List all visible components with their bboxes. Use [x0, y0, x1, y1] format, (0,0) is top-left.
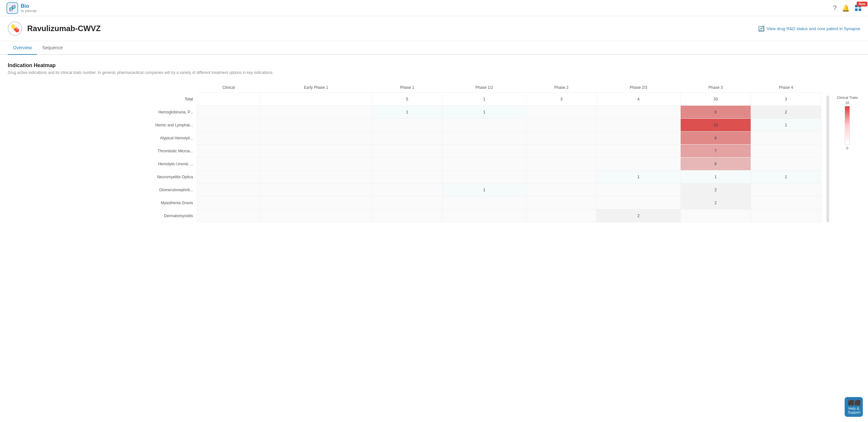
row-label: Total [8, 93, 197, 106]
heatmap-cell [526, 183, 596, 197]
heatmap-cell [372, 119, 442, 131]
heatmap-table: ClinicalEarly Phase 1Phase 1Phase 1/2Pha… [8, 83, 821, 222]
heatmap-cell [442, 171, 526, 183]
row-label: Neuromyelitis Optica [8, 171, 197, 183]
heatmap-cell [260, 145, 372, 157]
heatmap-cell [372, 157, 442, 171]
main-content: Indication Heatmap Drug active indicatio… [0, 55, 868, 230]
heatmap-cell [442, 197, 526, 209]
heatmap-cell [260, 197, 372, 209]
heatmap-scrollbar[interactable] [827, 96, 829, 222]
heatmap-cell [751, 197, 821, 209]
heatmap-cell [526, 119, 596, 131]
new-badge: New [857, 2, 867, 6]
heatmap-cell [260, 106, 372, 119]
heatmap-cell [597, 119, 681, 131]
legend-min: 0 [846, 146, 848, 150]
bell-icon[interactable]: 🔔 [842, 4, 850, 12]
heatmap-cell [197, 131, 260, 145]
synapse-link[interactable]: 🔄 View drug R&D status and core patent i… [758, 26, 860, 32]
logo-patsnap: by patsnap [21, 9, 37, 13]
heatmap-cell [372, 171, 442, 183]
heatmap-cell [260, 119, 372, 131]
column-header-clinical: Clinical [197, 83, 260, 93]
heatmap-cell: 3 [526, 93, 596, 106]
heatmap-cell [751, 145, 821, 157]
tab-sequence[interactable]: Sequence [37, 41, 68, 55]
logo-icon: 🧬 [6, 2, 18, 14]
heatmap-cell: 10 [680, 119, 751, 131]
heatmap-cell [372, 209, 442, 222]
heatmap-cell [372, 183, 442, 197]
heatmap-cell [442, 119, 526, 131]
tab-overview[interactable]: Overview [8, 41, 37, 55]
help-circle-icon[interactable]: ? [833, 4, 837, 12]
table-row: Hemolytic-Uremic ...6 [8, 157, 821, 171]
heatmap-cell [442, 145, 526, 157]
table-row: Dermatomyositis2 [8, 209, 821, 222]
drug-title-bar: 💊 Ravulizumab-CWVZ 🔄 View drug R&D statu… [0, 16, 868, 41]
heatmap-cell: 1 [442, 93, 526, 106]
heatmap-cell: 3 [751, 93, 821, 106]
heatmap-cell [372, 145, 442, 157]
row-label: Myasthenia Gravis [8, 197, 197, 209]
column-header-phase-4: Phase 4 [751, 83, 821, 93]
heatmap-cell [197, 93, 260, 106]
table-row: Myasthenia Gravis2 [8, 197, 821, 209]
heatmap-cell [260, 209, 372, 222]
row-label: Hemolytic-Uremic ... [8, 157, 197, 171]
heatmap-cell [751, 183, 821, 197]
legend-gradient [845, 106, 850, 145]
heatmap-cell [260, 131, 372, 145]
heatmap-cell [197, 157, 260, 171]
column-header-phase-2/3: Phase 2/3 [597, 83, 681, 93]
logo-area: 🧬 Bio by patsnap [6, 2, 37, 14]
logo-bio: Bio [21, 3, 37, 9]
drug-name: Ravulizumab-CWVZ [27, 24, 101, 33]
heatmap-cell [372, 197, 442, 209]
column-header-phase-2: Phase 2 [526, 83, 596, 93]
table-row: Hemoglobinuria, P...1182 [8, 106, 821, 119]
heatmap-cell [442, 157, 526, 171]
row-label: Glomerulonephriti... [8, 183, 197, 197]
heatmap-cell: 1 [442, 106, 526, 119]
column-header-phase-3: Phase 3 [680, 83, 751, 93]
table-row: Glomerulonephriti...12 [8, 183, 821, 197]
tabs: Overview Sequence [0, 41, 868, 55]
heatmap-cell [526, 171, 596, 183]
heatmap-cell: 1 [372, 106, 442, 119]
synapse-link-icon: 🔄 [758, 26, 765, 32]
header-actions: ? 🔔 New [833, 4, 862, 12]
legend-area: Clinical Trials 10 0 [834, 83, 860, 222]
heatmap-cell [197, 171, 260, 183]
heatmap-cell: 6 [680, 157, 751, 171]
heatmap-table-area: ClinicalEarly Phase 1Phase 1Phase 1/2Pha… [8, 83, 821, 222]
row-label: Thrombotic Microa... [8, 145, 197, 157]
heatmap-cell: 7 [680, 145, 751, 157]
heatmap-cell [526, 145, 596, 157]
heatmap-cell: 33 [680, 93, 751, 106]
row-label: Hemoglobinuria, P... [8, 106, 197, 119]
heatmap-cell [751, 131, 821, 145]
heatmap-cell [197, 106, 260, 119]
heatmap-cell [526, 209, 596, 222]
heatmap-cell [372, 131, 442, 145]
heatmap-cell: 2 [680, 197, 751, 209]
heatmap-cell [751, 209, 821, 222]
row-label: Dermatomyositis [8, 209, 197, 222]
heatmap-cell [597, 183, 681, 197]
heatmap-cell [680, 209, 751, 222]
heatmap-cell [260, 183, 372, 197]
heatmap-cell: 8 [680, 106, 751, 119]
heatmap-cell [260, 93, 372, 106]
table-row: Neuromyelitis Optica111 [8, 171, 821, 183]
heatmap-cell [197, 119, 260, 131]
heatmap-cell: 1 [442, 183, 526, 197]
logo-text: Bio by patsnap [21, 3, 37, 13]
heatmap-cell [751, 157, 821, 171]
column-header-phase-1/2: Phase 1/2 [442, 83, 526, 93]
heatmap-cell: 2 [597, 209, 681, 222]
heatmap-cell [597, 131, 681, 145]
heatmap-cell [597, 157, 681, 171]
heatmap-cell: 5 [372, 93, 442, 106]
